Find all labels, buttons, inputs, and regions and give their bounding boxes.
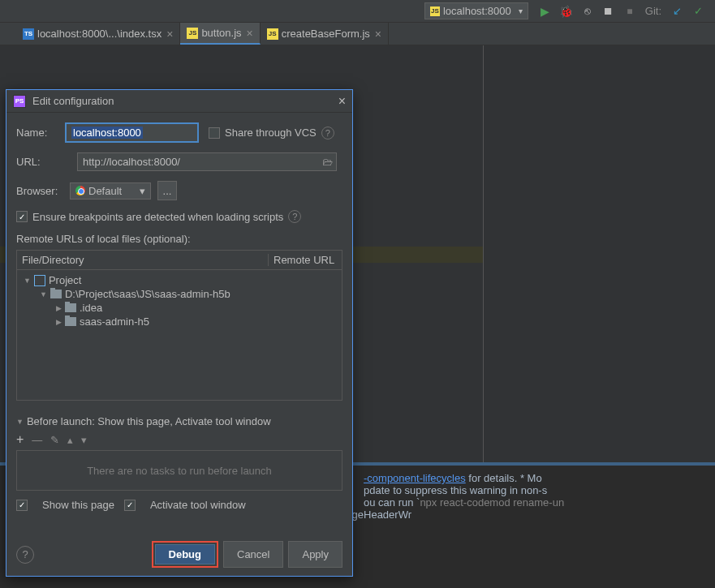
run-config-label: localhost:8000 <box>443 5 511 17</box>
help-icon[interactable]: ? <box>288 210 301 223</box>
debug-button[interactable]: Debug <box>155 544 215 564</box>
expand-icon[interactable]: ▶ <box>56 318 62 326</box>
add-task-icon[interactable]: + <box>16 432 24 447</box>
git-update-icon[interactable]: ↙ <box>668 2 686 20</box>
run-icon[interactable]: ▶ <box>536 2 554 20</box>
edit-configuration-dialog: PS Edit configuration × Name: localhost:… <box>6 89 353 577</box>
expand-icon[interactable]: ▶ <box>56 304 62 312</box>
name-label: Name: <box>16 127 65 139</box>
before-launch-section[interactable]: ▼ Before launch: Show this page, Activat… <box>16 415 342 427</box>
folder-icon <box>65 303 76 312</box>
js-icon: JS <box>430 6 440 16</box>
expand-icon[interactable]: ▼ <box>24 277 31 285</box>
expand-icon[interactable]: ▼ <box>40 290 47 298</box>
browse-icon[interactable]: 🗁 <box>322 156 333 168</box>
debug-icon[interactable]: 🐞 <box>558 2 575 20</box>
dialog-titlebar[interactable]: PS Edit configuration × <box>6 90 352 113</box>
edit-task-icon: ✎ <box>50 434 59 446</box>
js-icon: JS <box>267 28 278 40</box>
folder-icon <box>50 290 62 298</box>
tab-label: createBaseForm.js <box>282 28 370 40</box>
tasks-list: There are no tasks to run before launch <box>16 450 342 491</box>
cancel-button[interactable]: Cancel <box>223 541 283 568</box>
dialog-title-text: Edit configuration <box>32 95 114 107</box>
close-icon[interactable]: × <box>166 28 173 41</box>
tab-label: localhost:8000\...\index.tsx <box>37 28 162 40</box>
ensure-breakpoints-label: Ensure breakpoints are detected when loa… <box>32 211 283 223</box>
share-label: Share through VCS <box>225 127 317 139</box>
console-link[interactable]: -component-lifecycles <box>364 472 466 484</box>
move-up-icon: ▴ <box>67 434 73 446</box>
tree-row-project[interactable]: ▼ Project <box>20 273 338 287</box>
apply-button[interactable]: Apply <box>288 541 342 568</box>
git-commit-icon[interactable]: ✓ <box>689 2 707 20</box>
git-label: Git: <box>645 5 661 17</box>
tab-createbaseform-js[interactable]: JS createBaseForm.js × <box>261 23 389 45</box>
main-toolbar: JS localhost:8000 ▶ 🐞 ⎋ ⏹ ■ Git: ↙ ✓ <box>0 0 715 23</box>
editor-tabs: TS localhost:8000\...\index.tsx × JS but… <box>0 23 715 45</box>
chrome-icon <box>75 186 85 195</box>
ensure-breakpoints-checkbox[interactable]: ✓ <box>16 211 28 222</box>
share-checkbox[interactable] <box>209 127 220 139</box>
tsx-icon: TS <box>23 28 34 40</box>
folder-icon <box>65 317 76 326</box>
tab-index-tsx[interactable]: TS localhost:8000\...\index.tsx × <box>16 23 180 45</box>
js-icon: JS <box>187 28 198 39</box>
close-icon[interactable]: × <box>375 28 381 41</box>
coverage-icon[interactable]: ⎋ <box>579 2 597 20</box>
browser-options-button[interactable]: ... <box>157 181 177 200</box>
expand-icon[interactable]: ▼ <box>16 418 24 426</box>
name-input[interactable]: localhost:8000 <box>65 122 199 143</box>
activate-window-label: Activate tool window <box>150 499 246 511</box>
tree-row-path[interactable]: ▼ D:\Project\saas\JS\saas-admin-h5b <box>20 287 338 301</box>
browser-select[interactable]: Default <box>70 182 151 200</box>
run-config-selector[interactable]: JS localhost:8000 <box>424 2 528 19</box>
move-down-icon: ▾ <box>81 434 87 446</box>
activate-window-checkbox[interactable]: ✓ <box>124 500 136 511</box>
stop-icon: ■ <box>621 2 639 20</box>
help-button[interactable]: ? <box>16 546 34 564</box>
phpstorm-icon: PS <box>13 95 26 108</box>
project-icon <box>34 275 45 286</box>
url-input[interactable]: http://localhost:8000/ 🗁 <box>77 152 337 171</box>
url-label: URL: <box>16 156 77 168</box>
close-icon[interactable]: × <box>247 27 253 40</box>
tab-label: button.js <box>201 27 241 39</box>
remote-urls-label: Remote URLs of local files (optional): <box>16 233 342 245</box>
show-page-checkbox[interactable]: ✓ <box>16 500 28 511</box>
tree-header-url[interactable]: Remote URL <box>269 254 342 266</box>
profile-icon[interactable]: ⏹ <box>600 2 618 20</box>
tab-button-js[interactable]: JS button.js × <box>180 23 260 45</box>
show-page-label: Show this page <box>42 499 114 511</box>
tree-row-idea[interactable]: ▶ .idea <box>20 301 338 315</box>
tree-body[interactable]: ▼ Project ▼ D:\Project\saas\JS\saas-admi… <box>17 270 342 400</box>
tree-row-saas[interactable]: ▶ saas-admin-h5 <box>20 315 338 328</box>
help-icon[interactable]: ? <box>321 127 334 139</box>
remove-task-icon: — <box>32 434 42 446</box>
debug-button-highlight: Debug <box>152 541 218 568</box>
browser-label: Browser: <box>16 185 65 197</box>
remote-urls-tree: File/Directory Remote URL ▼ Project ▼ D:… <box>16 250 342 401</box>
tree-header-file[interactable]: File/Directory <box>17 254 269 266</box>
close-icon[interactable]: × <box>338 94 346 109</box>
